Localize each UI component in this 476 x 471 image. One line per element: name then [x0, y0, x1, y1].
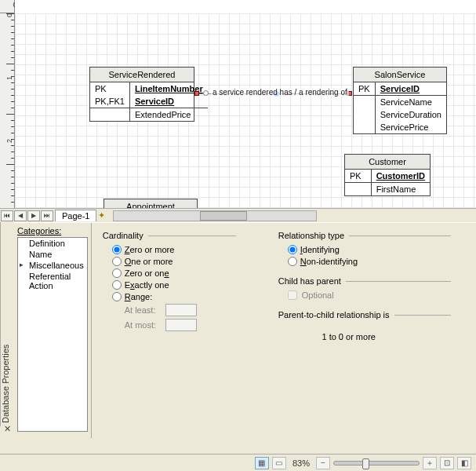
attr-name: ServiceID [380, 84, 420, 93]
category-list[interactable]: DefinitionNameMiscellaneousReferential A… [17, 237, 88, 432]
relationship-label[interactable]: a service rendered has / a rendering of [211, 88, 349, 97]
checkbox-label: Optional [302, 290, 334, 300]
cardinality-one-or-more-radio[interactable] [112, 257, 122, 266]
at-least-label: At least: [125, 305, 161, 315]
cardinality-zero-or-more-radio[interactable] [112, 245, 122, 254]
h-scrollbar[interactable] [113, 210, 317, 221]
nav-last-button[interactable]: ⏭ [41, 210, 53, 221]
at-most-label: At most: [125, 320, 161, 330]
radio-label: Zero or more [125, 245, 175, 254]
canvas[interactable]: ServiceRendered PKLineItemNumber PK,FK1S… [15, 0, 476, 208]
cardinality-zero-or-one-radio[interactable] [112, 268, 122, 278]
entity-title: Appointment [104, 199, 197, 208]
ruler-vertical: 012 [0, 13, 15, 208]
properties-close-button[interactable]: ✕ [2, 424, 12, 433]
relationship-identifying-radio[interactable] [288, 245, 297, 254]
h-scroll-thumb[interactable] [200, 211, 247, 221]
attr-name: ServiceDuration [375, 108, 446, 121]
nav-prev-button[interactable]: ◀ [14, 210, 27, 221]
ptc-value: 1 to 0 or more [278, 324, 420, 349]
at-least-input[interactable] [165, 304, 197, 316]
fit-page-button[interactable]: ⊡ [440, 457, 454, 469]
relationship-handle-left[interactable] [194, 91, 199, 96]
radio-label: One or more [125, 257, 173, 266]
cardinality-range-radio[interactable] [112, 292, 122, 301]
child-optional-checkbox[interactable] [288, 290, 297, 300]
zoom-thumb[interactable] [362, 458, 369, 469]
entity-appointment[interactable]: Appointment [104, 199, 198, 208]
key-label: PK [354, 82, 375, 96]
new-page-icon[interactable]: ✦ [98, 210, 105, 221]
nav-first-button[interactable]: ⏮ [1, 210, 13, 221]
radio-label: Exactly one [125, 280, 169, 290]
entity-salon-service[interactable]: SalonService PKServiceID ServiceName Ser… [353, 67, 447, 134]
zoom-percent: 83% [293, 458, 310, 468]
category-item[interactable]: Name [18, 249, 87, 260]
attr-name: ServiceName [375, 96, 446, 108]
attr-name: ServiceID [135, 97, 174, 106]
cardinality-group-title: Cardinality [103, 231, 144, 240]
zoom-slider[interactable] [333, 461, 420, 466]
entity-title: Customer [345, 155, 430, 170]
relationship-non-identifying-radio[interactable] [288, 257, 297, 266]
zoom-out-button[interactable]: − [316, 457, 330, 469]
attr-name: FirstName [371, 183, 430, 195]
category-item[interactable]: Referential Action [18, 271, 87, 291]
key-label: PK [90, 82, 129, 95]
presentation-icon[interactable]: ▭ [272, 457, 286, 469]
zoom-in-button[interactable]: ＋ [423, 457, 437, 469]
radio-label: Range: [125, 292, 152, 301]
page-tab-strip: ⏮ ◀ ▶ ⏭ Page-1 ✦ [0, 208, 476, 222]
entity-title: ServiceRendered [90, 68, 194, 82]
category-item[interactable]: Miscellaneous [18, 260, 87, 271]
radio-label: Identifying [300, 245, 340, 254]
database-properties-pane: Categories: DefinitionNameMiscellaneousR… [14, 222, 476, 438]
child-has-parent-title: Child has parent [278, 276, 341, 286]
pan-zoom-window-button[interactable]: ◧ [457, 457, 471, 469]
attr-name: LineItemNumber [135, 84, 203, 93]
attr-name: ExtendedPrice [129, 108, 207, 121]
key-label: PK,FK1 [90, 95, 129, 108]
attr-name: ServicePrice [375, 121, 446, 133]
radio-label: Zero or one [125, 268, 169, 278]
entity-title: SalonService [354, 68, 446, 82]
radio-label: Non-identifying [300, 257, 358, 266]
key-label: PK [345, 170, 371, 183]
page-tab[interactable]: Page-1 [55, 210, 96, 221]
entity-customer[interactable]: Customer PKCustomerID FirstName [344, 154, 431, 196]
attr-name: CustomerID [376, 171, 425, 181]
properties-pane-title: Database Properties [0, 222, 14, 426]
categories-label: Categories: [17, 226, 88, 236]
at-most-input[interactable] [165, 319, 197, 331]
nav-next-button[interactable]: ▶ [27, 210, 40, 221]
ptc-title: Parent-to-child relationship is [278, 310, 390, 319]
entity-service-rendered[interactable]: ServiceRendered PKLineItemNumber PK,FK1S… [89, 67, 194, 122]
relationship-type-title: Relationship type [278, 231, 344, 240]
view-mode-icon[interactable]: ▦ [255, 457, 269, 469]
status-bar: ▦ ▭ 83% − ＋ ⊡ ◧ [0, 454, 476, 471]
cardinality-exactly-one-radio[interactable] [112, 280, 122, 290]
relationship-cardinality-dot [203, 90, 209, 96]
category-item[interactable]: Definition [18, 238, 87, 249]
